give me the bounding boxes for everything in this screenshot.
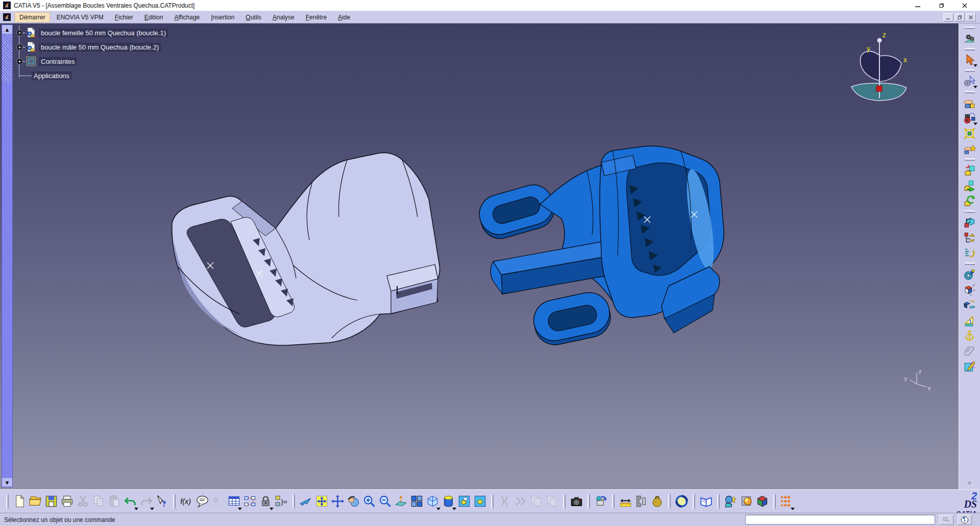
move-frame-button[interactable] xyxy=(962,126,977,141)
library-robot-dropdown-arrow[interactable] xyxy=(973,123,977,125)
constraint-arrows-button[interactable] xyxy=(779,492,795,511)
paperclip-button[interactable] xyxy=(962,343,977,358)
select-arrow-button[interactable] xyxy=(962,52,977,67)
menu-insertion[interactable]: Insertion xyxy=(206,12,239,22)
list-arrow-button[interactable] xyxy=(962,245,977,260)
lock-dropdown-arrow[interactable] xyxy=(270,508,274,510)
tree-item-label[interactable]: Applications xyxy=(32,71,71,80)
swap-visible-button[interactable] xyxy=(472,492,488,511)
smart-pick-button[interactable] xyxy=(962,74,977,89)
tree-item-label[interactable]: Contraintes xyxy=(39,57,77,66)
toolbar-drag-handle[interactable] xyxy=(693,494,695,509)
toolbar-drag-handle[interactable] xyxy=(965,48,975,51)
whats-this-button[interactable]: ? xyxy=(154,492,170,511)
scene-3d-button[interactable] xyxy=(593,492,609,511)
library-robot-button[interactable] xyxy=(962,110,977,126)
zoom-out-button[interactable] xyxy=(377,492,393,511)
enovia-swirl-button[interactable] xyxy=(674,492,690,511)
toolbar-drag-handle[interactable] xyxy=(6,494,9,509)
comp-existing-button[interactable] xyxy=(962,162,977,178)
toolbar-drag-handle[interactable] xyxy=(491,494,494,509)
menu-edition[interactable]: Edition xyxy=(140,12,168,22)
pan-button[interactable] xyxy=(330,492,346,511)
mdi-minimize-button[interactable] xyxy=(943,13,953,21)
menu-fen-tre[interactable]: Fenêtre xyxy=(301,12,331,22)
material-cube-button[interactable] xyxy=(754,492,770,511)
mdi-close-button[interactable] xyxy=(966,13,976,21)
zoom-in-button[interactable] xyxy=(361,492,377,511)
tree-item-boucle-m-le-50-mm-quechua-bouc[interactable]: boucle mâle 50 mm Quechua (boucle.2) xyxy=(14,40,161,54)
tree-scroll-strip[interactable]: ▲ ▼ xyxy=(2,25,13,487)
toolbar-drag-handle[interactable] xyxy=(773,494,776,509)
save-button[interactable] xyxy=(43,492,59,511)
part-boucle-male[interactable] xyxy=(475,146,724,348)
more-toolbars-chevron[interactable]: » xyxy=(968,479,971,486)
toolbar-drag-handle[interactable] xyxy=(965,262,975,265)
iso-view-button[interactable] xyxy=(425,492,440,511)
tree-expander-plus[interactable] xyxy=(16,44,23,51)
toolbar-drag-handle[interactable] xyxy=(965,158,975,161)
toolbar-drag-handle[interactable] xyxy=(965,69,975,72)
formula-fx-button[interactable]: f(x) xyxy=(179,492,194,511)
tree-item-contraintes[interactable]: Contraintes xyxy=(14,54,77,68)
menu-fichier[interactable]: Fichier xyxy=(110,12,138,22)
normal-view-button[interactable] xyxy=(393,492,409,511)
menu-outils[interactable]: Outils xyxy=(241,12,266,22)
toolbar-drag-handle[interactable] xyxy=(587,494,590,509)
fit-all-button[interactable] xyxy=(314,492,330,511)
toolbar-drag-handle[interactable] xyxy=(965,210,975,213)
sketcher-button[interactable] xyxy=(962,358,977,374)
info-button[interactable] xyxy=(958,515,972,525)
restore-button[interactable] xyxy=(937,2,945,9)
menu-aide[interactable]: Aide xyxy=(333,12,355,22)
toolbar-drag-handle[interactable] xyxy=(563,494,566,509)
toolbar-drag-handle[interactable] xyxy=(668,494,671,509)
tree-item-label[interactable]: boucle mâle 50 mm Quechua (boucle.2) xyxy=(39,43,161,52)
toolbar-drag-handle[interactable] xyxy=(292,494,295,509)
menu-d-marrer[interactable]: Démarrer xyxy=(15,12,50,22)
tree-expander-plus[interactable] xyxy=(16,58,23,65)
paint-sphere-button[interactable] xyxy=(723,492,739,511)
hide-show-button[interactable] xyxy=(456,492,472,511)
viewport-3d[interactable]: z y x z x y ▲ ▼ boucle femelle 50 mm Que… xyxy=(0,23,959,489)
tree-item-boucle-femelle-50-mm-quechua-b[interactable]: boucle femelle 50 mm Quechua (boucle.1) xyxy=(14,26,168,40)
comp-existing-pos-button[interactable] xyxy=(962,178,977,193)
fly-mode-button[interactable] xyxy=(298,492,314,511)
multi-view-button[interactable] xyxy=(409,492,425,511)
lock-button[interactable] xyxy=(258,492,274,511)
assembly-symmetry-button[interactable] xyxy=(962,297,977,313)
toolbar-drag-handle[interactable] xyxy=(612,494,615,509)
design-table-dropdown-arrow[interactable] xyxy=(238,508,242,510)
comment-bubble-button[interactable] xyxy=(194,492,210,511)
dialog-toggle-button[interactable] xyxy=(939,515,953,525)
measure-item-button[interactable] xyxy=(633,492,649,511)
new-component-button[interactable] xyxy=(962,95,977,110)
tree-item-label[interactable]: boucle femelle 50 mm Quechua (boucle.1) xyxy=(39,29,168,37)
toolbar-drag-handle[interactable] xyxy=(965,27,975,29)
menu-affichage[interactable]: Affichage xyxy=(169,12,204,22)
minimize-button[interactable] xyxy=(914,2,922,9)
menu-analyse[interactable]: Analyse xyxy=(268,12,299,22)
open-folder-button[interactable] xyxy=(28,492,43,511)
print-button[interactable] xyxy=(59,492,75,511)
new-document-button[interactable] xyxy=(12,492,28,511)
tree-scroll-thumb[interactable] xyxy=(2,34,12,83)
angle-snap-button[interactable]: 1 xyxy=(962,313,977,328)
tree-item-applications[interactable]: Applications xyxy=(14,68,71,83)
part-boucle-femelle[interactable] xyxy=(172,153,440,345)
undo-dropdown-arrow[interactable] xyxy=(134,508,138,510)
light-sphere-button[interactable] xyxy=(739,492,754,511)
tree-scroll-up-arrow[interactable]: ▲ xyxy=(2,25,12,34)
tree-scroll-down-arrow[interactable]: ▼ xyxy=(2,478,12,487)
smart-pick-dropdown-arrow[interactable] xyxy=(973,86,977,88)
equivalent-dims-button[interactable]: }= xyxy=(274,492,289,511)
comp-replace-button[interactable] xyxy=(962,193,977,208)
toolbar-drag-handle[interactable] xyxy=(173,494,176,509)
camera-button[interactable] xyxy=(569,492,584,511)
select-arrow-dropdown-arrow[interactable] xyxy=(973,64,977,67)
constraint-compass-button[interactable] xyxy=(962,267,977,282)
toolbar-drag-handle[interactable] xyxy=(717,494,720,509)
power-input-field[interactable] xyxy=(745,515,935,524)
redo-dropdown-arrow[interactable] xyxy=(150,508,154,510)
anchor-button[interactable] xyxy=(962,328,977,343)
